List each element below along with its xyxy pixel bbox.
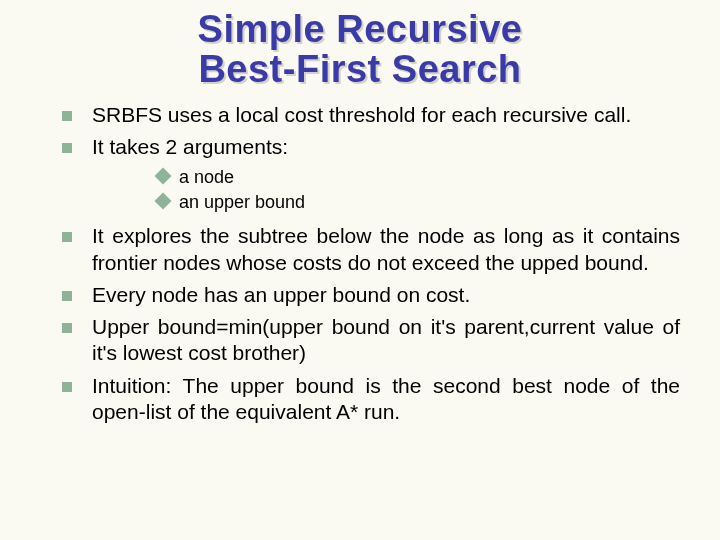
sub-bullet-text: an upper bound [179,191,305,214]
bullet-item: It explores the subtree below the node a… [62,223,680,276]
slide-content: SRBFS uses a local cost threshold for ea… [0,102,720,425]
bullet-text: Upper bound=min(upper bound on it's pare… [92,314,680,367]
slide-title: Simple Recursive Best-First Search [0,0,720,102]
bullet-text: It takes 2 arguments: [92,134,288,160]
square-bullet-icon [62,291,72,301]
sub-bullet-item: an upper bound [157,191,680,214]
sub-bullet-item: a node [157,166,680,189]
sub-bullet-list: a node an upper bound [62,166,680,213]
diamond-bullet-icon [155,192,172,209]
square-bullet-icon [62,232,72,242]
bullet-text: It explores the subtree below the node a… [92,223,680,276]
sub-bullet-text: a node [179,166,234,189]
title-line-1: Simple Recursive [0,10,720,50]
diamond-bullet-icon [155,168,172,185]
bullet-text: Every node has an upper bound on cost. [92,282,470,308]
bullet-item: It takes 2 arguments: [62,134,680,160]
bullet-text: SRBFS uses a local cost threshold for ea… [92,102,631,128]
bullet-item: Upper bound=min(upper bound on it's pare… [62,314,680,367]
square-bullet-icon [62,143,72,153]
title-line-2: Best-First Search [0,50,720,90]
bullet-item: Intuition: The upper bound is the second… [62,373,680,426]
square-bullet-icon [62,111,72,121]
square-bullet-icon [62,382,72,392]
bullet-item: SRBFS uses a local cost threshold for ea… [62,102,680,128]
square-bullet-icon [62,323,72,333]
bullet-text: Intuition: The upper bound is the second… [92,373,680,426]
bullet-item: Every node has an upper bound on cost. [62,282,680,308]
